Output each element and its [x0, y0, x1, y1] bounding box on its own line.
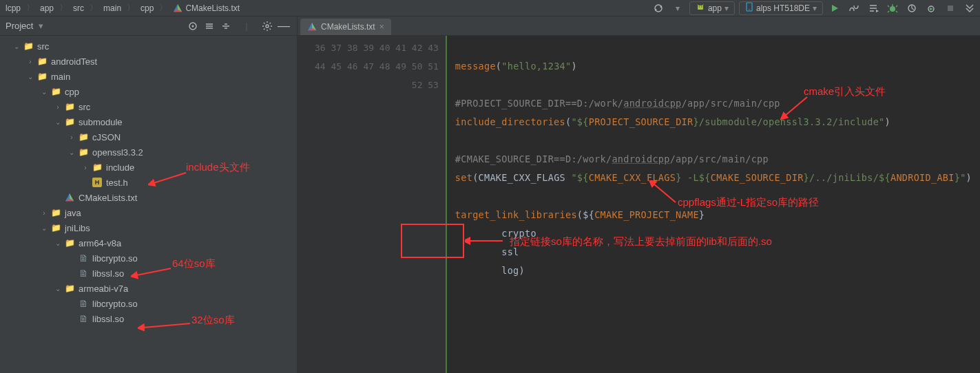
apply-code-icon[interactable] [866, 1, 881, 16]
svg-point-6 [701, 6, 702, 7]
chevron-right-icon: 〉 [59, 2, 67, 14]
cmake-icon [65, 193, 74, 202]
cmake-icon [173, 3, 183, 13]
tree-file-libcrypto[interactable]: 🗎libcrypto.so [0, 251, 297, 266]
profile-icon[interactable] [904, 1, 919, 16]
tree-file-cmakelists[interactable]: CMakeLists.txt [0, 190, 297, 205]
apply-changes-icon[interactable] [846, 1, 862, 16]
chevron-down-icon[interactable]: ▾ [670, 1, 685, 16]
tree-folder-include[interactable]: ›📁include [0, 160, 297, 175]
editor-tabs: CMakeLists.txt × [298, 17, 980, 36]
chevron-down-icon: ▾ [813, 3, 817, 13]
chevron-down-icon: ▾ [39, 21, 43, 31]
binary-file-icon: 🗎 [77, 268, 90, 279]
toolbar-right: ▾ app ▾ alps HT518DE ▾ [651, 1, 977, 16]
line-numbers: 36 37 38 39 40 41 42 43 44 45 46 47 48 4… [301, 36, 446, 373]
binary-file-icon: 🗎 [77, 298, 90, 309]
project-title[interactable]: Project ▾ [6, 21, 185, 31]
run-icon[interactable] [827, 1, 842, 16]
close-icon[interactable]: × [379, 22, 384, 32]
binary-file-icon: 🗎 [77, 313, 90, 324]
svg-marker-14 [930, 8, 933, 10]
sync-icon[interactable] [651, 1, 666, 16]
top-navigation-bar: lcpp 〉 app 〉 src 〉 main 〉 cpp 〉 CMakeLis… [0, 0, 980, 17]
svg-point-8 [749, 9, 750, 10]
svg-rect-15 [948, 6, 953, 11]
breadcrumb: lcpp 〉 app 〉 src 〉 main 〉 cpp 〉 CMakeLis… [3, 2, 651, 14]
breadcrumb-item[interactable]: app [37, 3, 56, 13]
select-opened-file-icon[interactable] [185, 19, 200, 34]
tree-folder-arm64[interactable]: ⌄📁arm64-v8a [0, 235, 297, 251]
svg-point-5 [698, 6, 699, 7]
chevron-right-icon: 〉 [26, 2, 34, 14]
attach-debugger-icon[interactable] [924, 1, 939, 16]
tree-file-libssl2[interactable]: 🗎libssl.so [0, 311, 297, 326]
expand-all-icon[interactable] [202, 19, 217, 34]
editor-tab-cmakelists[interactable]: CMakeLists.txt × [300, 19, 391, 35]
editor-area: CMakeLists.txt × 36 37 38 39 40 41 42 43… [298, 17, 980, 373]
tree-folder-cpp[interactable]: ⌄📁cpp [0, 84, 297, 99]
project-panel-header: Project ▾ | — [0, 17, 297, 36]
svg-point-17 [192, 25, 194, 27]
android-icon [696, 2, 705, 14]
chevron-right-icon: 〉 [90, 2, 98, 14]
project-panel: Project ▾ | — ⌄📁src ›📁androidTest ⌄📁main… [0, 17, 298, 373]
breadcrumb-item[interactable]: main [101, 3, 124, 13]
tree-folder-jnilibs[interactable]: ⌄📁jniLibs [0, 220, 297, 235]
svg-point-11 [890, 6, 895, 12]
divider: | [239, 19, 254, 34]
settings-icon[interactable] [260, 19, 275, 34]
tree-folder-openssl[interactable]: ⌄📁openssl3.3.2 [0, 145, 297, 160]
tree-folder-main[interactable]: ⌄📁main [0, 69, 297, 84]
run-config-device[interactable]: alps HT518DE ▾ [739, 1, 823, 15]
run-config-module[interactable]: app ▾ [689, 1, 735, 15]
editor-content[interactable]: 36 37 38 39 40 41 42 43 44 45 46 47 48 4… [298, 36, 980, 373]
project-tree[interactable]: ⌄📁src ›📁androidTest ⌄📁main ⌄📁cpp ›📁src ⌄… [0, 36, 297, 373]
config-label: app [708, 3, 722, 13]
breadcrumb-item[interactable]: src [70, 3, 87, 13]
tree-folder-cjson[interactable]: ›📁cJSON [0, 129, 297, 145]
chevron-right-icon: 〉 [127, 2, 135, 14]
tree-file-libcrypto2[interactable]: 🗎libcrypto.so [0, 296, 297, 311]
hide-icon[interactable]: — [276, 19, 291, 34]
tab-label: CMakeLists.txt [321, 22, 375, 32]
cmake-icon [307, 22, 317, 32]
svg-point-18 [266, 25, 269, 28]
svg-marker-9 [832, 5, 838, 12]
tree-folder-src2[interactable]: ›📁src [0, 99, 297, 114]
tree-file-test-h[interactable]: Htest.h [0, 175, 297, 190]
breadcrumb-item[interactable]: cpp [138, 3, 156, 13]
tree-folder-armeabi[interactable]: ⌄📁armeabi-v7a [0, 281, 297, 296]
tree-folder-androidtest[interactable]: ›📁androidTest [0, 54, 297, 69]
device-label: alps HT518DE [756, 3, 810, 13]
chevron-down-icon: ▾ [724, 3, 729, 13]
device-icon [745, 2, 753, 14]
tree-folder-src[interactable]: ⌄📁src [0, 39, 297, 54]
chevron-right-icon: 〉 [159, 2, 167, 14]
h-file-icon: H [92, 178, 102, 187]
stop-icon[interactable] [943, 1, 958, 16]
tree-folder-submodule[interactable]: ⌄📁submodule [0, 114, 297, 129]
tree-file-libssl[interactable]: 🗎libssl.so [0, 266, 297, 281]
tree-folder-java[interactable]: ›📁java [0, 205, 297, 220]
collapse-all-icon[interactable] [218, 19, 233, 34]
svg-marker-10 [876, 10, 879, 12]
breadcrumb-item[interactable]: CMakeLists.txt [170, 3, 242, 13]
debug-icon[interactable] [885, 1, 900, 16]
code-area[interactable]: message("hello,1234") #PROJECT_SOURCE_DI… [447, 36, 980, 373]
more-icon[interactable] [962, 1, 977, 16]
breadcrumb-item[interactable]: lcpp [3, 3, 23, 13]
binary-file-icon: 🗎 [77, 253, 90, 264]
